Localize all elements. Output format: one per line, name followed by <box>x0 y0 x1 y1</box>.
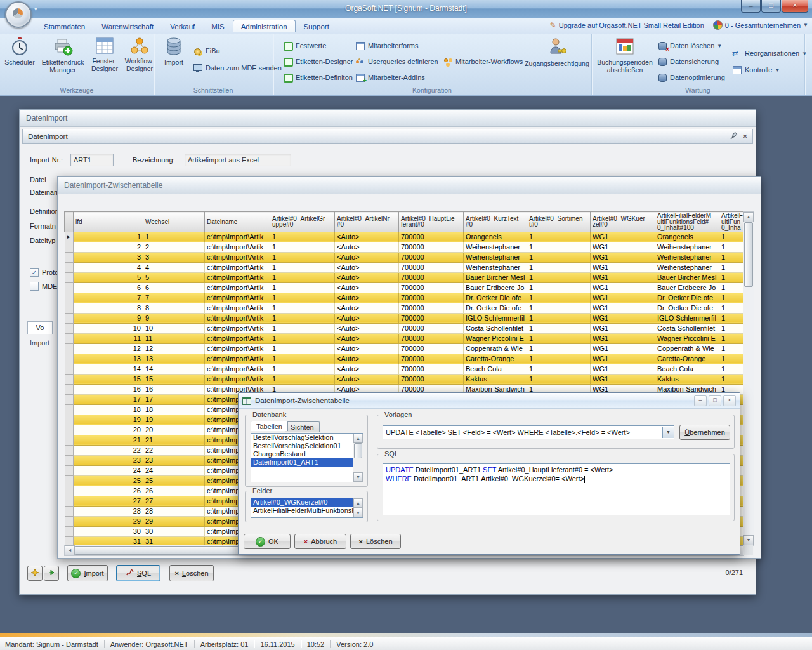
grid-cell[interactable]: c:\tmp\Import\Artik <box>205 262 270 272</box>
grid-cell[interactable]: 19 <box>143 415 205 425</box>
mitarbeiter-addins-button[interactable]: Mitarbeiter-AddIns <box>355 72 425 83</box>
grid-cell[interactable]: c:\tmp\Import\Artik <box>205 354 270 364</box>
dialog-maximize-button[interactable]: □ <box>709 395 721 406</box>
grid-cell[interactable]: 1 <box>527 343 591 354</box>
grid-cell[interactable]: 700000 <box>399 374 464 384</box>
grid-cell[interactable]: 1 <box>719 262 743 272</box>
kontrolle-button[interactable]: Kontrolle ▼ <box>732 64 780 76</box>
grid-column-header[interactable]: Dateiname <box>205 212 270 232</box>
grid-cell[interactable]: 14 <box>143 364 205 374</box>
grid-cell[interactable]: WG1 <box>591 252 655 262</box>
vorlagen-combobox[interactable]: UPDATE <Tabelle> SET <Feld> = <Wert> WHE… <box>383 425 674 439</box>
grid-cell[interactable]: 1 <box>719 293 743 303</box>
fibu-button[interactable]: FiBu <box>193 45 220 56</box>
grid-cell[interactable]: 15 <box>74 374 143 384</box>
grid-cell[interactable]: 1 <box>270 364 335 374</box>
festwerte-button[interactable]: Festwerte <box>283 40 326 51</box>
grid-cell[interactable]: 1 <box>270 282 335 293</box>
grid-cell[interactable]: 1 <box>270 313 335 323</box>
grid-cell[interactable]: 13 <box>143 354 205 364</box>
grid-cell[interactable]: Weihenstephaner <box>464 252 527 262</box>
grid-cell[interactable]: 31 <box>143 536 205 545</box>
dialog-minimize-button[interactable]: – <box>694 395 707 406</box>
uebernehmen-button[interactable]: Übernehmen <box>679 425 730 440</box>
grid-cell[interactable]: <Auto> <box>335 282 399 293</box>
grid-cell[interactable]: 1 <box>527 323 591 333</box>
grid-cell[interactable]: 10 <box>74 323 143 333</box>
grid-cell[interactable]: 700000 <box>399 282 464 293</box>
grid-cell[interactable]: 1 <box>270 272 335 282</box>
grid-cell[interactable]: 15 <box>143 374 205 384</box>
grid-cell[interactable]: c:\tmp\Import\Artik <box>205 333 270 343</box>
grid-cell[interactable]: Kaktus <box>655 374 719 384</box>
grid-cell[interactable]: <Auto> <box>335 354 399 364</box>
grid-cell[interactable]: 1 <box>719 333 743 343</box>
grid-cell[interactable]: 1 <box>719 374 743 384</box>
list-item[interactable]: DateiImport01_ART1 <box>251 458 353 467</box>
grid-cell[interactable]: c:\tmp\Import\Artik <box>205 232 270 242</box>
scroll-up-icon[interactable]: ▲ <box>353 434 363 443</box>
grid-cell[interactable]: c:\tmp\Import\Artik <box>205 364 270 374</box>
grid-cell[interactable]: Costa Schollenfilet <box>464 323 527 333</box>
scroll-thumb[interactable] <box>354 443 362 458</box>
grid-cell[interactable]: 9 <box>143 313 205 323</box>
tab-mis[interactable]: MIS <box>203 20 232 32</box>
mde-checkbox[interactable]: MDE <box>30 282 57 291</box>
grid-cell[interactable]: Bauer Bircher Mesl <box>655 272 719 282</box>
grid-cell[interactable]: 3 <box>74 252 143 262</box>
datenoptimierung-button[interactable]: Datenoptimierung <box>657 72 725 83</box>
grid-cell[interactable]: 700000 <box>399 252 464 262</box>
grid-cell[interactable]: c:\tmp\Import\Artik <box>205 242 270 252</box>
grid-cell[interactable]: 1 <box>527 354 591 364</box>
grid-cell[interactable]: 1 <box>527 252 591 262</box>
grid-cell[interactable]: 23 <box>74 455 143 465</box>
grid-cell[interactable]: Bauer Erdbeere Jo <box>464 282 527 293</box>
grid-cell[interactable]: Bauer Erdbeere Jo <box>655 282 719 293</box>
grid-cell[interactable]: 29 <box>143 516 205 526</box>
scroll-left-icon[interactable]: ◄ <box>65 545 75 555</box>
grid-cell[interactable]: c:\tmp\Import\Artik <box>205 303 270 313</box>
tab-tabellen[interactable]: Tabellen <box>251 421 288 431</box>
grid-column-header[interactable]: Artikel#0_KurzText #0 <box>464 212 527 232</box>
grid-cell[interactable]: 5 <box>143 272 205 282</box>
grid-cell[interactable]: 1 <box>527 272 591 282</box>
grid-cell[interactable]: 19 <box>74 415 143 425</box>
workflow-designer-button[interactable]: Workflow- Designer <box>122 35 157 85</box>
felder-listbox[interactable]: Artikel#0_WGKuerzel#0ArtikelFilialFelder… <box>251 498 363 518</box>
grid-cell[interactable]: 700000 <box>399 333 464 343</box>
grid-cell[interactable]: 700000 <box>399 364 464 374</box>
company-selector[interactable]: 0 - Gesamtunternehmen ▼ <box>713 20 808 30</box>
table-row[interactable]: 44c:\tmp\Import\Artik1<Auto>700000Weihen… <box>65 262 743 272</box>
grid-cell[interactable]: <Auto> <box>335 293 399 303</box>
grid-cell[interactable]: 1 <box>270 242 335 252</box>
table-row[interactable]: 1111c:\tmp\Import\Artik1<Auto>700000Wagn… <box>65 333 743 343</box>
grid-cell[interactable]: 1 <box>527 262 591 272</box>
grid-cell[interactable]: <Auto> <box>335 364 399 374</box>
list-item[interactable]: BestellVorschlagSelektion01 <box>251 442 353 450</box>
grid-cell[interactable]: 21 <box>74 435 143 445</box>
fenster-designer-button[interactable]: Fenster- Designer <box>89 35 121 85</box>
zwischentabelle-window-header[interactable]: Datenimport-Zwischentabelle <box>58 177 761 194</box>
grid-cell[interactable]: Weihenstephaner <box>464 242 527 252</box>
grid-cell[interactable]: <Auto> <box>335 343 399 354</box>
grid-cell[interactable]: 1 <box>719 282 743 293</box>
grid-cell[interactable]: 1 <box>270 252 335 262</box>
grid-cell[interactable]: 1 <box>719 354 743 364</box>
grid-cell[interactable]: 10 <box>143 323 205 333</box>
daten-zum-mde-button[interactable]: Daten zum MDE senden <box>193 62 282 74</box>
grid-cell[interactable]: Weihenstephaner <box>655 262 719 272</box>
grid-cell[interactable]: 1 <box>719 303 743 313</box>
grid-cell[interactable]: <Auto> <box>335 232 399 242</box>
grid-cell[interactable]: 700000 <box>399 262 464 272</box>
grid-cell[interactable]: 12 <box>143 343 205 354</box>
grid-cell[interactable]: 31 <box>74 536 143 545</box>
grid-cell[interactable]: Dr. Oetker Die ofe <box>655 303 719 313</box>
grid-cell[interactable]: 5 <box>74 272 143 282</box>
scroll-down-icon[interactable]: ▼ <box>743 535 754 545</box>
grid-cell[interactable]: 1 <box>270 323 335 333</box>
grid-cell[interactable]: c:\tmp\Import\Artik <box>205 343 270 354</box>
dialog-close-button[interactable]: × <box>723 395 736 406</box>
mitarbeiterforms-button[interactable]: Mitarbeiterforms <box>355 40 418 51</box>
grid-cell[interactable]: Dr. Oetker Die ofe <box>464 303 527 313</box>
grid-column-header[interactable]: Wechsel <box>143 212 205 232</box>
